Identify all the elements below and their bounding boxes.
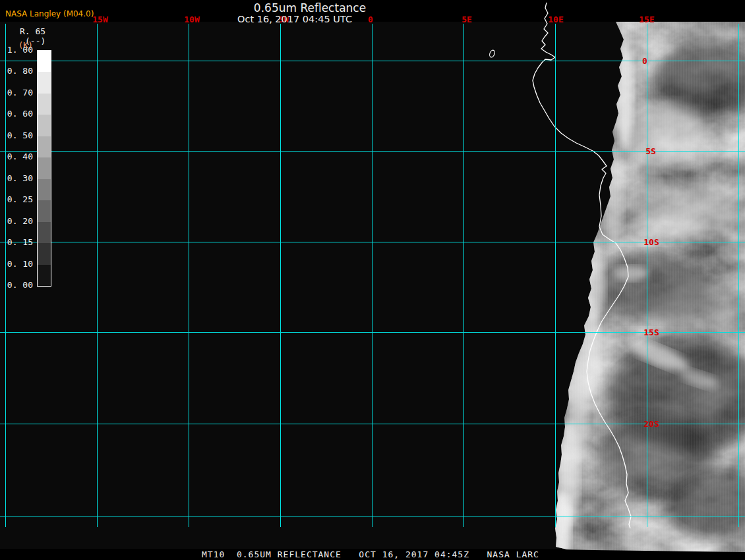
colorbar-tick: 0. 60 [1,109,33,119]
lon-label-15w: 15W [92,15,107,24]
branding-text: NASA Langley (M04.0) [5,9,94,18]
colorbar-tick: 0. 15 [1,238,33,247]
colorbar-segment [38,136,51,157]
colorbar-tick: 0. 50 [1,131,33,140]
island-outline [489,49,496,58]
satellite-product-screen: { "branding": { "top_left": "NASA Langle… [0,0,745,560]
colorbar-segment [38,72,51,93]
parallel-line-15s [0,332,745,333]
lon-label-15e: 15E [639,15,654,24]
parallel-line-20s [0,424,745,424]
colorbar-segment [38,51,51,72]
lon-label-10e: 10E [548,15,563,24]
lat-label-15s: 15S [643,328,659,337]
colorbar-tick: 0. 00 [1,281,33,290]
timestamp: Oct 16, 2017 04:45 UTC [237,14,352,24]
colorbar-tick: 0. 40 [1,152,33,161]
colorbar-tick: 0. 10 [1,260,33,269]
footer-caption: MT10 0.65UM REFLECTANCE OCT 16, 2017 04:… [202,549,539,559]
parallel-line-5s [0,151,745,152]
colorbar-gradient [37,50,51,287]
lat-label-20s: 20S [643,420,659,428]
coastline-overlay [0,0,745,560]
colorbar-tick: 0. 20 [1,217,33,226]
parallel-line-10s [0,242,745,242]
meridian-line-5w [280,24,281,527]
meridian-line-20w [5,24,6,527]
colorbar-tick: 0. 25 [1,195,33,204]
colorbar-title: R. 65 [20,26,45,36]
colorbar-segment [38,265,51,286]
parallel-line-25s [0,517,745,517]
meridian-line-5e [463,24,464,527]
lon-label-5e: 5E [462,15,472,24]
colorbar-tick: 0. 30 [1,174,33,183]
colorbar-tick: 1. 00 [1,45,33,55]
meridian-line-10w [189,24,189,527]
colorbar-segment [38,115,51,136]
colorbar-segment [38,200,51,221]
colorbar-segment [38,157,51,179]
colorbar-tick: 0. 80 [1,67,33,76]
lat-label-5s: 5S [645,147,656,155]
lat-label-0: 0 [642,57,647,65]
colorbar-segment [38,243,51,264]
coastline-path [533,3,631,528]
lat-label-10s: 10S [643,238,659,246]
lon-label-0: 0 [368,15,373,24]
parallel-line-0 [0,61,745,61]
meridian-line-10e [555,24,556,527]
meridian-line-15e [647,24,647,527]
meridian-line-20e [738,24,739,527]
colorbar-segment [38,179,51,200]
lon-label-10w: 10W [184,15,199,24]
meridian-line-15w [97,24,98,527]
page-title: 0.65um Reflectance [254,1,366,14]
colorbar-segment [38,222,51,243]
meridian-line-0 [372,24,372,527]
colorbar-tick: 0. 70 [1,88,33,98]
colorbar-segment [38,94,51,115]
